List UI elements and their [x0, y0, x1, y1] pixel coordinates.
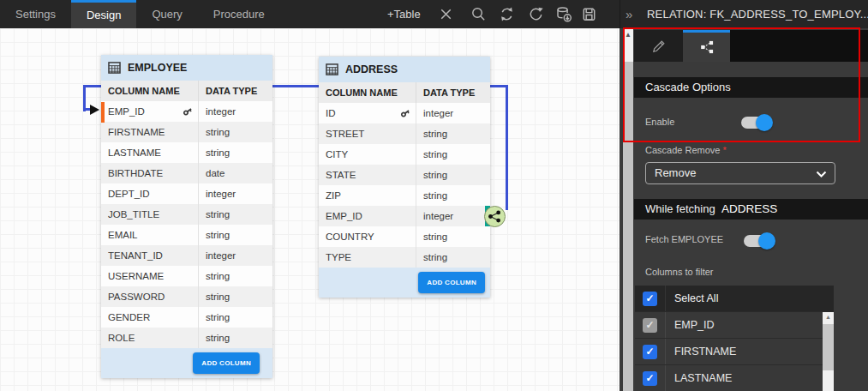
chevron-down-icon	[816, 171, 827, 178]
entity-table-employee[interactable]: EMPLOYEE COLUMN NAME DATA TYPE EMP_IDint…	[101, 55, 272, 378]
table-header[interactable]: EMPLOYEE	[101, 55, 272, 81]
table-column-row[interactable]: EMP_IDinteger	[101, 101, 272, 122]
list-scrollbar[interactable]: ▲	[823, 312, 834, 391]
table-column-row[interactable]: COUNTRYstring	[319, 226, 490, 247]
panel-tabs	[634, 30, 868, 62]
column-filter-row[interactable]: ✓LASTNAME	[635, 364, 834, 391]
scrollbar-thumb[interactable]	[823, 324, 834, 370]
sync-icon[interactable]	[498, 5, 516, 23]
relation-connector-icon[interactable]	[484, 206, 506, 227]
table-rows: EMP_IDintegerFIRSTNAMEstringLASTNAMEstri…	[101, 101, 272, 348]
column-filter-label: LASTNAME	[674, 372, 732, 384]
table-column-row[interactable]: CITYstring	[319, 144, 490, 165]
table-column-row[interactable]: TYPEstring	[319, 247, 490, 268]
fetch-employee-label: Fetch EMPLOYEE	[645, 234, 723, 244]
data-type-cell: string	[199, 328, 272, 348]
enable-toggle[interactable]	[741, 117, 770, 129]
select-all-row[interactable]: ✓ Select All	[635, 286, 834, 311]
tab-settings[interactable]: Settings	[0, 0, 71, 28]
column-name-cell: ROLE	[101, 328, 199, 348]
database-export-icon[interactable]	[554, 5, 572, 23]
column-checkbox[interactable]: ✓	[643, 345, 657, 359]
scroll-up-arrow-icon[interactable]: ▲	[623, 31, 633, 39]
checkbox-cell: ✓	[635, 339, 666, 364]
column-name-cell: EMAIL	[101, 225, 199, 245]
column-name-cell: COUNTRY	[319, 226, 416, 247]
data-type-cell: string	[199, 122, 272, 142]
table-title: ADDRESS	[345, 63, 398, 75]
tab-relation[interactable]	[683, 30, 730, 62]
redo-icon[interactable]	[527, 5, 545, 23]
table-column-row[interactable]: JOB_TITLEstring	[101, 204, 272, 225]
relation-line-right[interactable]	[506, 85, 508, 210]
table-column-row[interactable]: LASTNAMEstring	[101, 142, 272, 163]
data-type-cell: string	[199, 204, 272, 225]
data-type-cell: string	[416, 185, 490, 206]
column-name-cell: EMP_ID	[319, 206, 416, 226]
select-all-checkbox[interactable]: ✓	[643, 292, 657, 306]
close-icon[interactable]	[437, 5, 455, 23]
data-type-cell: string	[416, 165, 490, 185]
table-column-row[interactable]: USERNAMEstring	[101, 266, 272, 286]
table-column-row[interactable]: BIRTHDATEdate	[101, 163, 272, 183]
toggle-knob	[758, 232, 775, 250]
table-column-row[interactable]: ZIPstring	[319, 185, 490, 206]
column-filter-row[interactable]: ✓FIRSTNAME	[635, 338, 834, 364]
checkbox-cell: ✓	[635, 286, 666, 311]
table-column-row[interactable]: GENDERstring	[101, 307, 272, 328]
table-column-row[interactable]: PASSWORDstring	[101, 286, 272, 307]
tab-design[interactable]: Design	[71, 0, 136, 28]
data-type-cell: integer	[199, 101, 272, 122]
table-title: EMPLOYEE	[128, 62, 187, 74]
tab-procedure[interactable]: Procedure	[198, 0, 280, 28]
table-column-row[interactable]: DEPT_IDinteger	[101, 183, 272, 204]
panel-title: RELATION: FK_ADDRESS_TO_EMPLOY...	[647, 0, 868, 28]
enable-label: Enable	[645, 117, 674, 127]
column-name-cell: FIRSTNAME	[101, 122, 199, 142]
scroll-up-arrow-icon[interactable]: ▲	[823, 314, 834, 320]
table-header[interactable]: ADDRESS	[319, 57, 490, 82]
data-type-cell: string	[416, 247, 490, 268]
data-type-cell: string	[199, 142, 272, 163]
table-column-row[interactable]: FIRSTNAMEstring	[101, 122, 272, 142]
columns-to-filter-label: Columns to filter	[645, 267, 713, 277]
table-column-row[interactable]: EMAILstring	[101, 225, 272, 245]
cascade-remove-label-text: Cascade Remove	[645, 145, 720, 155]
data-type-cell: integer	[416, 103, 490, 123]
key-icon	[183, 106, 193, 117]
column-name-cell: STREET	[319, 123, 416, 144]
table-column-row[interactable]: IDinteger	[319, 103, 490, 123]
data-type-cell: string	[199, 266, 272, 286]
column-name-cell: BIRTHDATE	[101, 163, 199, 183]
fetch-employee-toggle[interactable]	[744, 235, 773, 247]
table-column-row[interactable]: STATEstring	[319, 165, 490, 185]
data-type-cell: date	[199, 163, 272, 183]
table-column-headers: COLUMN NAME DATA TYPE	[319, 82, 490, 103]
entity-table-address[interactable]: ADDRESS COLUMN NAME DATA TYPE IDintegerS…	[319, 57, 490, 298]
cascade-remove-select[interactable]: Remove	[645, 162, 835, 184]
table-column-row[interactable]: ROLEstring	[101, 328, 272, 348]
data-type-cell: integer	[199, 245, 272, 266]
add-column-button[interactable]: ADD COLUMN	[193, 352, 260, 374]
add-table-button[interactable]: +Table	[387, 0, 421, 28]
column-checkbox-rows: ✓EMP_ID✓FIRSTNAME✓LASTNAME	[635, 311, 834, 391]
column-filter-row[interactable]: ✓EMP_ID	[635, 311, 834, 338]
panel-scrollbar[interactable]: ▲	[623, 28, 633, 391]
column-checkbox[interactable]: ✓	[643, 371, 657, 386]
scrollbar-thumb[interactable]	[623, 62, 633, 391]
add-column-button[interactable]: ADD COLUMN	[418, 272, 485, 293]
column-checkbox[interactable]: ✓	[643, 318, 657, 333]
panel-collapse-icon[interactable]: »	[626, 0, 632, 28]
source-column-marker	[101, 102, 105, 123]
tab-query[interactable]: Query	[136, 0, 197, 28]
search-icon[interactable]	[470, 5, 488, 23]
tab-edit[interactable]	[634, 30, 683, 62]
while-fetching-text: While fetching	[645, 202, 715, 215]
column-name-cell: CITY	[319, 144, 416, 165]
table-column-row[interactable]: TENANT_IDinteger	[101, 245, 272, 266]
column-name-cell: GENDER	[101, 307, 199, 328]
table-column-row[interactable]: EMP_IDinteger	[319, 206, 490, 226]
column-name-cell: TENANT_ID	[101, 245, 199, 266]
table-column-row[interactable]: STREETstring	[319, 123, 490, 144]
save-icon[interactable]	[580, 5, 598, 23]
